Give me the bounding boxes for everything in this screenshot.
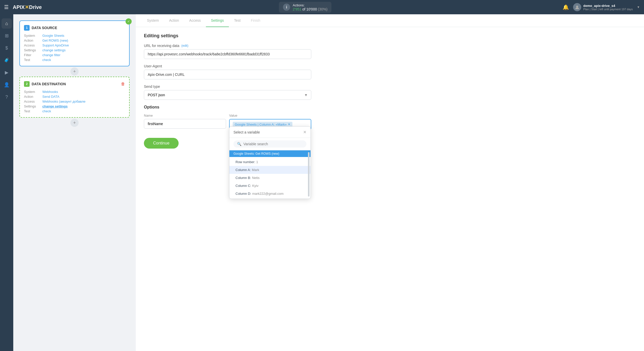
row-label: Test	[24, 109, 40, 113]
actions-label: Actions:	[293, 3, 327, 7]
var-item-val: Netis	[252, 176, 260, 180]
tab-finish: Finish	[246, 14, 265, 27]
source-test-value[interactable]: check	[42, 58, 51, 62]
var-item-val: 1	[256, 160, 258, 164]
row-label: Settings	[24, 48, 40, 52]
source-card-title: DATA SOURCE	[32, 26, 125, 30]
row-label: Test	[24, 58, 40, 62]
options-group: Options Name Value Google Sheets | Colum…	[144, 105, 311, 130]
actions-used: 2'951	[293, 7, 301, 11]
table-row: Settings change settings	[24, 104, 125, 108]
source-system-value[interactable]: Google Sheets	[42, 34, 64, 38]
dest-card-number: 2	[24, 81, 30, 87]
sidebar-item-grid[interactable]: ⊞	[2, 31, 12, 41]
bell-icon[interactable]: 🔔	[563, 4, 569, 10]
continue-button[interactable]: Continue	[144, 138, 179, 149]
table-row: System Webhooks	[24, 90, 125, 94]
option-name-input[interactable]	[144, 119, 226, 129]
value-tag-text: Google Sheets | Column A: «Mark»	[235, 123, 287, 126]
row-label: System	[24, 34, 40, 38]
sidebar-item-jobs[interactable]: 🧳	[2, 55, 12, 65]
source-card-rows: System Google Sheets Action Get ROWS (ne…	[24, 34, 125, 62]
scrollbar[interactable]	[308, 152, 309, 197]
user-plan: Plan | Start | left until payment 197 da…	[583, 8, 633, 11]
variable-dropdown: Select a variable ✕ 🔍 Google Sheets: Get…	[229, 126, 311, 199]
table-row: Access Webhooks (аккаунт добавле	[24, 100, 125, 103]
var-item-key: Column B:	[236, 176, 251, 180]
tabs-bar: System Action Access Settings Test Finis…	[136, 14, 644, 27]
option-value-col: Value Google Sheets | Column A: «Mark» ✕…	[229, 114, 311, 130]
dest-action-value[interactable]: Send DATA	[42, 95, 59, 99]
agent-input[interactable]	[144, 70, 311, 79]
table-row: Access Support ApixDrive	[24, 43, 125, 47]
list-item[interactable]: Column A: Mark	[229, 166, 311, 174]
var-group-header: Google Sheets: Get ROWS (new)	[229, 150, 311, 157]
row-label: Settings	[24, 104, 40, 108]
table-row: Action Get ROWS (new)	[24, 39, 125, 42]
source-access-value[interactable]: Support ApixDrive	[42, 43, 69, 47]
actions-badge: i Actions: 2'951 of 10'000 (30%)	[279, 2, 331, 13]
page-title: Editing settings	[144, 33, 311, 39]
variable-search-input[interactable]	[243, 142, 303, 146]
sidebar-item-help[interactable]: ?	[2, 92, 12, 102]
list-item[interactable]: Column C: Kyiv	[229, 182, 311, 190]
sidebar-item-home[interactable]: ⌂	[2, 18, 12, 29]
tab-action[interactable]: Action	[164, 14, 184, 27]
source-action-value[interactable]: Get ROWS (new)	[42, 39, 68, 42]
url-label: URL for receiving data (edit)	[144, 44, 311, 48]
dest-access-value[interactable]: Webhooks (аккаунт добавле	[42, 100, 85, 103]
name-col-header: Name	[144, 114, 226, 117]
url-group: URL for receiving data (edit)	[144, 44, 311, 59]
logo-text: APIX✕Drive	[13, 4, 42, 10]
url-edit-link[interactable]: (edit)	[181, 44, 188, 47]
row-label: System	[24, 90, 40, 94]
send-type-label: Send type	[144, 84, 311, 89]
send-type-group: Send type POST json POST xml GET ▼	[144, 84, 311, 100]
send-type-select[interactable]: POST json POST xml GET	[144, 90, 311, 100]
source-card: ✓ 1 DATA SOURCE System Google Sheets Act…	[19, 20, 130, 66]
workflow-panel: ✓ 1 DATA SOURCE System Google Sheets Act…	[13, 14, 136, 351]
add-step-button[interactable]: +	[70, 67, 79, 76]
tab-access[interactable]: Access	[184, 14, 206, 27]
tab-system[interactable]: System	[142, 14, 164, 27]
dest-settings-value[interactable]: change settings	[42, 104, 68, 108]
sidebar-item-billing[interactable]: $	[2, 43, 12, 53]
user-dropdown-arrow[interactable]: ▼	[637, 5, 640, 9]
dest-system-value[interactable]: Webhooks	[42, 90, 58, 94]
table-row: Test check	[24, 58, 125, 62]
value-col-header: Value	[229, 114, 311, 117]
table-row: Settings change settings	[24, 48, 125, 52]
sidebar-item-video[interactable]: ▶	[2, 67, 12, 78]
user-info: demo_apix-drive_s4 Plan | Start | left u…	[573, 3, 633, 11]
source-settings-value[interactable]: change settings	[42, 48, 66, 52]
tab-settings[interactable]: Settings	[206, 14, 229, 27]
option-name-col: Name	[144, 114, 226, 129]
source-filter-value[interactable]: change filter	[42, 53, 60, 57]
list-item[interactable]: Column D: mark222@gmail.com	[229, 190, 311, 198]
dest-test-value[interactable]: check	[42, 109, 51, 113]
logo: APIX✕Drive	[13, 4, 42, 10]
connector-2: +	[19, 118, 130, 128]
row-label: Action	[24, 39, 40, 42]
table-row: Action Send DATA	[24, 95, 125, 99]
dest-card: 2 DATA DESTINATION 🗑 System Webhooks Act…	[19, 77, 130, 118]
option-row: Name Value Google Sheets | Column A: «Ma…	[144, 114, 311, 130]
remove-tag-button[interactable]: ✕	[288, 123, 290, 126]
table-row: System Google Sheets	[24, 34, 125, 38]
navbar: ☰ APIX✕Drive i Actions: 2'951 of 10'000 …	[0, 0, 644, 14]
var-item-key: Column C:	[236, 184, 251, 188]
var-close-button[interactable]: ✕	[303, 130, 306, 135]
tab-test[interactable]: Test	[229, 14, 246, 27]
list-item[interactable]: Column B: Netis	[229, 174, 311, 182]
sidebar-item-user[interactable]: 👤	[2, 80, 12, 90]
var-dropdown-title: Select a variable	[233, 130, 260, 134]
hamburger-icon[interactable]: ☰	[4, 4, 9, 10]
navbar-center: i Actions: 2'951 of 10'000 (30%)	[48, 2, 563, 13]
list-item[interactable]: Row number: 1	[229, 158, 311, 166]
source-card-header: 1 DATA SOURCE	[24, 25, 125, 31]
var-search-inner: 🔍	[233, 140, 306, 148]
url-input[interactable]	[144, 49, 311, 59]
delete-dest-button[interactable]: 🗑	[121, 82, 125, 86]
table-row: Filter change filter	[24, 53, 125, 57]
add-step-bottom-button[interactable]: +	[70, 119, 79, 127]
